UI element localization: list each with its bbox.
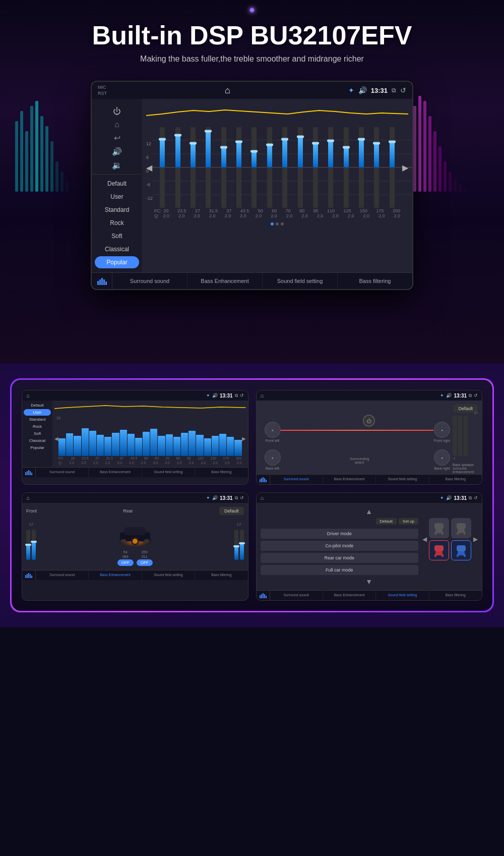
back-icon[interactable]: ↺ — [400, 86, 406, 94]
p1-bar-14[interactable] — [158, 436, 165, 456]
p1-bar-9[interactable] — [120, 430, 127, 456]
p4-copilot-mode[interactable]: Co-pilot mode — [261, 541, 419, 551]
p1-bar-20[interactable] — [204, 438, 211, 456]
p1-tab-soundfield[interactable]: Sound field setting — [142, 468, 195, 477]
power-btn-circle[interactable]: ⏻ — [363, 415, 375, 427]
p3-tab-surround[interactable]: Surround sound — [36, 570, 89, 580]
p1-preset-user[interactable]: User — [24, 409, 51, 416]
p1-bar-21[interactable] — [212, 436, 219, 456]
p1-bar-5[interactable] — [89, 431, 96, 456]
p1-bar-4[interactable] — [82, 428, 89, 456]
p1-preset-default[interactable]: Default — [24, 402, 51, 409]
p4-right-arrow[interactable]: ▶ — [473, 536, 478, 543]
p4-tab-surround[interactable]: Surround sound — [270, 591, 323, 600]
p1-bar-16[interactable] — [173, 437, 180, 456]
p1-bar-24[interactable] — [234, 440, 241, 456]
p1-back-icon[interactable]: ↺ — [240, 393, 244, 398]
eq-bar-14[interactable] — [354, 127, 368, 208]
panel2-home-icon[interactable]: ⌂ — [261, 392, 264, 398]
eq-bar-5[interactable] — [217, 127, 231, 208]
p1-bar-13[interactable] — [150, 429, 157, 456]
p4-eq-icon[interactable] — [257, 591, 270, 600]
p3-toggle-right[interactable]: OFF — [137, 559, 153, 566]
p1-bar-11[interactable] — [135, 438, 142, 456]
eq-bar-11[interactable] — [308, 127, 323, 208]
p1-tab-filtering[interactable]: Bass filtering — [195, 468, 247, 477]
p1-preset-classical[interactable]: Classical — [24, 437, 51, 444]
p3-rear-slider-1[interactable] — [234, 530, 238, 560]
p4-rear-mode[interactable]: Rear car mode — [261, 553, 419, 563]
preset-classical[interactable]: Classical — [95, 243, 139, 255]
eq-bar-16[interactable] — [385, 127, 399, 208]
p3-rear-slider-2[interactable] — [240, 530, 244, 560]
p4-setup-btn[interactable]: Set up — [399, 518, 418, 525]
p1-bar-18[interactable] — [188, 431, 196, 456]
tab-sound-field[interactable]: Sound field setting — [263, 273, 338, 289]
eq-bar-7[interactable] — [247, 127, 261, 208]
panel1-home-icon[interactable]: ⌂ — [26, 392, 30, 398]
p3-toggle-left[interactable]: OFF — [117, 559, 134, 566]
preset-soft[interactable]: Soft — [95, 230, 139, 242]
p3-default-btn[interactable]: Default — [219, 507, 244, 515]
preset-popular[interactable]: Popular — [95, 256, 139, 268]
back-nav-icon[interactable]: ↩ — [114, 133, 120, 143]
p1-bar-22[interactable] — [219, 434, 226, 456]
p3-tab-soundfield[interactable]: Sound field setting — [142, 570, 195, 580]
eq-bar-3[interactable] — [186, 127, 200, 208]
eq-bar-6[interactable] — [232, 127, 246, 208]
p3-tab-bass[interactable]: Bass Enhancement — [89, 570, 142, 580]
eq-nav-left-arrow[interactable]: ◀ — [146, 163, 152, 173]
eq-bar-15[interactable] — [369, 127, 384, 208]
p3-slider-1[interactable] — [26, 530, 30, 560]
eq-icon-tab[interactable] — [92, 273, 112, 289]
p3-back-icon[interactable]: ↺ — [240, 495, 244, 500]
p2-tab-surround[interactable]: Surround sound — [270, 475, 323, 484]
p3-eq-icon[interactable] — [22, 570, 36, 580]
p1-preset-popular[interactable]: Popular — [24, 444, 51, 451]
p1-bar-17[interactable] — [181, 433, 188, 456]
p3-slider-2[interactable] — [32, 530, 36, 560]
preset-rock[interactable]: Rock — [95, 217, 139, 229]
eq-bar-8[interactable] — [263, 127, 277, 208]
p1-bar-8[interactable] — [112, 433, 119, 456]
p2-tab-soundfield[interactable]: Sound field setting — [376, 475, 429, 484]
home-icon[interactable]: ⌂ — [225, 85, 230, 96]
p1-bar-10[interactable] — [128, 434, 135, 456]
p1-eq-icon[interactable] — [22, 468, 36, 477]
p2-bar-2[interactable] — [458, 416, 462, 456]
eq-bar-4[interactable] — [201, 127, 215, 208]
p4-fullcar-mode[interactable]: Full car mode — [261, 565, 419, 575]
p2-bar-1[interactable] — [453, 416, 457, 456]
p1-bar-1[interactable] — [58, 438, 66, 456]
p1-bar-19[interactable] — [196, 435, 203, 456]
p4-tab-filtering[interactable]: Bass filtering — [429, 591, 482, 600]
p1-bar-3[interactable] — [74, 436, 81, 456]
vol-up-icon[interactable]: 🔊 — [112, 147, 122, 156]
eq-bar-9[interactable] — [278, 127, 292, 208]
p2-bar-3[interactable] — [464, 416, 468, 456]
tab-surround-sound[interactable]: Surround sound — [112, 273, 187, 289]
eq-bar-2[interactable] — [170, 127, 184, 208]
p1-tab-bass[interactable]: Bass Enhancement — [89, 468, 142, 477]
p1-bar-12[interactable] — [143, 432, 150, 456]
p1-bar-6[interactable] — [97, 435, 104, 456]
preset-default[interactable]: Default — [95, 178, 139, 190]
tab-bass-enhancement[interactable]: Bass Enhancement — [187, 273, 263, 289]
p4-tab-bass[interactable]: Bass Enhancement — [323, 591, 376, 600]
panel4-home-icon[interactable]: ⌂ — [261, 495, 264, 501]
p2-tab-bass[interactable]: Bass Enhancement — [323, 475, 376, 484]
p4-driver-mode[interactable]: Driver mode — [261, 529, 419, 539]
p1-bar-2[interactable] — [66, 433, 73, 456]
eq-bar-12[interactable] — [324, 127, 338, 208]
p1-preset-standard[interactable]: Standard — [24, 416, 51, 423]
eq-nav-right-arrow[interactable]: ▶ — [402, 163, 408, 173]
preset-user[interactable]: User — [95, 191, 139, 203]
p1-bar-15[interactable] — [166, 434, 173, 456]
p4-back-icon[interactable]: ↺ — [474, 495, 478, 500]
eq-bar-10[interactable] — [293, 127, 307, 208]
home-nav-icon[interactable]: ⌂ — [114, 120, 119, 129]
p2-back-icon[interactable]: ↺ — [474, 393, 478, 398]
p1-tab-surround[interactable]: Surround sound — [36, 468, 89, 477]
tab-bass-filtering[interactable]: Bass filtering — [338, 273, 412, 289]
power-icon[interactable]: ⏻ — [113, 107, 121, 116]
